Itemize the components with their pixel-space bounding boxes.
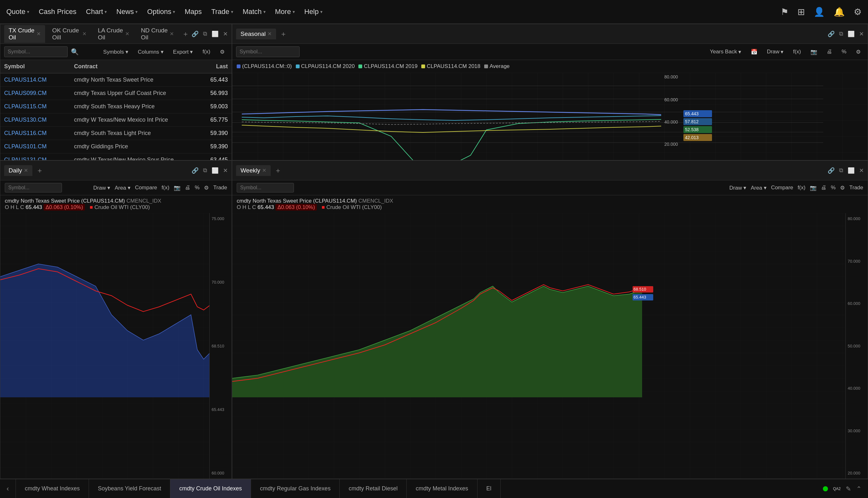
nav-maps[interactable]: Maps [185,8,202,16]
expand-icon-seasonal[interactable]: ⬜ [848,30,855,38]
close-seasonal-icon[interactable]: ✕ [859,30,864,38]
daily-symbol-input[interactable] [5,183,62,193]
nav-cash-prices[interactable]: Cash Prices [39,8,77,16]
percent-button-daily[interactable]: % [195,185,199,191]
table-row[interactable]: CLPAUS116.CM cmdty South Texas Light Pri… [0,127,232,140]
expand-icon-daily[interactable]: ⬜ [211,167,219,174]
table-row[interactable]: CLPAUS114.CM cmdty North Texas Sweet Pri… [0,73,232,87]
settings-button-weekly[interactable]: ⚙ [840,185,845,191]
area-button-weekly[interactable]: Area ▾ [751,185,767,191]
bottom-tab-crude-oil[interactable]: cmdty Crude Oil Indexes [170,479,251,498]
link-icon[interactable]: 🔗 [192,30,198,38]
settings-button-daily[interactable]: ⚙ [204,185,209,191]
symbols-button[interactable]: Symbols ▾ [100,47,131,56]
area-button-daily[interactable]: Area ▾ [115,185,131,191]
expand-icon[interactable]: ⬜ [211,30,219,38]
draw-button-daily[interactable]: Draw ▾ [93,185,110,191]
close-panel-icon[interactable]: ✕ [223,30,228,38]
bottom-tab-regular-gas[interactable]: cmdty Regular Gas Indexes [251,479,340,498]
trade-button-weekly[interactable]: Trade [849,185,863,191]
compare-button-daily[interactable]: Compare [135,185,157,191]
table-row[interactable]: CLPAUS099.CM cmdty Texas Upper Gulf Coas… [0,87,232,100]
close-weekly-icon[interactable]: ✕ [859,167,864,174]
close-nd-crude[interactable]: ✕ [170,31,174,37]
user-icon[interactable]: 👤 [814,7,825,17]
nav-options[interactable]: Options ▾ [147,8,175,16]
close-daily-icon[interactable]: ✕ [223,167,228,174]
copy-icon[interactable]: ⧉ [203,30,207,37]
tab-la-crude[interactable]: LA Crude Oil ✕ [93,25,134,43]
compare-button-weekly[interactable]: Compare [771,185,793,191]
fx-button[interactable]: f(x) [199,47,213,56]
table-row[interactable]: CLPAUS115.CM cmdty South Texas Heavy Pri… [0,100,232,114]
weekly-symbol-input[interactable] [237,183,294,193]
tab-ok-crude[interactable]: OK Crude OilI ✕ [48,25,91,43]
close-weekly[interactable]: ✕ [262,167,266,173]
close-la-crude[interactable]: ✕ [125,31,129,37]
nav-chart[interactable]: Chart ▾ [86,8,107,16]
nav-quote[interactable]: Quote ▾ [7,8,29,16]
close-seasonal[interactable]: ✕ [268,31,272,37]
link-icon-daily[interactable]: 🔗 [192,167,198,174]
bottom-tab-wheat[interactable]: cmdty Wheat Indexes [16,479,89,498]
tab-weekly[interactable]: Weekly ✕ [236,165,271,176]
edit-icon[interactable]: ✎ [846,485,851,493]
fx-seasonal[interactable]: f(x) [790,47,804,56]
bottom-tab-soybeans[interactable]: Soybeans Yield Forecast [89,479,170,498]
bottom-tab-el[interactable]: El [478,479,501,498]
export-button[interactable]: Export ▾ [170,47,196,56]
draw-button-seasonal[interactable]: Draw ▾ [764,47,787,56]
chevron-up-icon[interactable]: ⌃ [856,485,861,493]
close-tx-crude-oil[interactable]: ✕ [37,31,41,37]
camera-button-weekly[interactable]: 📷 [810,185,817,191]
gear-icon[interactable]: ⚙ [854,7,861,17]
tab-seasonal[interactable]: Seasonal ✕ [236,29,276,39]
calendar-icon[interactable]: 📅 [748,47,761,56]
copy-icon-seasonal[interactable]: ⧉ [839,30,843,37]
print-seasonal[interactable]: 🖨 [824,47,835,56]
copy-icon-daily[interactable]: ⧉ [203,167,207,174]
link-icon-weekly[interactable]: 🔗 [828,167,834,174]
grid-icon[interactable]: ⊞ [798,7,805,17]
nav-news[interactable]: News ▾ [116,8,138,16]
nav-trade[interactable]: Trade ▾ [211,8,233,16]
draw-button-weekly[interactable]: Draw ▾ [729,185,746,191]
expand-icon-weekly[interactable]: ⬜ [848,167,855,174]
bottom-tab-retail-diesel[interactable]: cmdty Retail Diesel [340,479,407,498]
settings-seasonal[interactable]: ⚙ [853,47,864,56]
table-row[interactable]: CLPAUS131.CM cmdty W Texas/New Mexico So… [0,153,232,160]
tab-nd-crude[interactable]: ND Crude Oil ✕ [136,25,178,43]
link-icon-seasonal[interactable]: 🔗 [828,30,834,38]
nav-match[interactable]: Match ▾ [243,8,265,16]
camera-button-daily[interactable]: 📷 [174,185,180,191]
years-back-button[interactable]: Years Back ▾ [707,47,744,56]
symbol-search-input[interactable] [4,47,68,57]
close-daily[interactable]: ✕ [24,167,28,173]
tab-daily[interactable]: Daily ✕ [4,165,33,176]
camera-seasonal[interactable]: 📷 [807,47,820,56]
nav-help[interactable]: Help ▾ [305,8,323,16]
nav-more[interactable]: More ▾ [275,8,295,16]
close-ok-crude[interactable]: ✕ [82,31,87,37]
add-daily-tab[interactable]: ＋ [36,166,43,175]
bell-icon[interactable]: 🔔 [834,7,845,17]
columns-button[interactable]: Columns ▾ [135,47,167,56]
fx-button-weekly[interactable]: f(x) [798,185,806,191]
print-button-weekly[interactable]: 🖨 [821,185,826,191]
flag-icon[interactable]: ⚑ [781,7,789,17]
add-seasonal-tab[interactable]: ＋ [280,29,287,39]
percent-button-weekly[interactable]: % [831,185,835,191]
tab-tx-crude-oil[interactable]: TX Crude Oil ✕ [4,25,45,43]
bottom-tab-metal[interactable]: cmdty Metal Indexes [407,479,477,498]
prev-tabs-button[interactable]: ‹ [0,479,16,498]
search-icon[interactable]: 🔍 [71,48,79,55]
fx-button-daily[interactable]: f(x) [162,185,170,191]
add-tab-button[interactable]: ＋ [182,29,189,39]
trade-button-daily[interactable]: Trade [213,185,227,191]
percent-seasonal[interactable]: % [839,47,850,56]
copy-icon-weekly[interactable]: ⧉ [839,167,843,174]
table-row[interactable]: CLPAUS130.CM cmdty W Texas/New Mexico In… [0,114,232,127]
print-button-daily[interactable]: 🖨 [185,185,190,191]
add-weekly-tab[interactable]: ＋ [274,166,282,175]
settings-button[interactable]: ⚙ [217,47,228,56]
